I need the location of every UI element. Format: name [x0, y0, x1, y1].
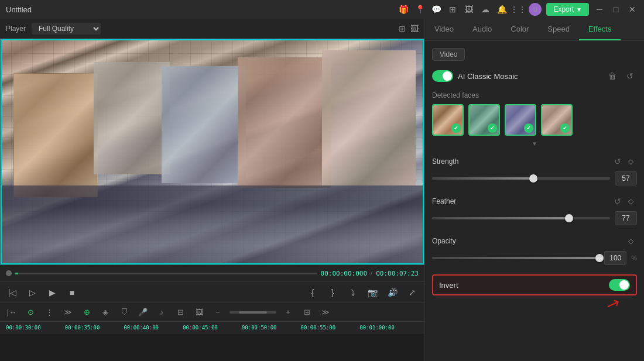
zoom-slider[interactable] [229, 311, 276, 314]
strength-slider[interactable] [432, 177, 610, 180]
tab-speed[interactable]: Speed [538, 19, 579, 40]
main-layout: Player Full Quality Half Quality Quarter… [0, 19, 644, 361]
face-region-5 [322, 50, 415, 185]
marker-tool[interactable]: ◈ [98, 305, 112, 319]
strength-keyframe-button[interactable]: ◇ [624, 155, 637, 168]
image-view-icon[interactable]: 🖼 [410, 24, 419, 33]
opacity-slider[interactable] [432, 257, 600, 259]
face-region-1 [13, 73, 98, 197]
insert-button[interactable]: ⤵ [346, 286, 359, 299]
opacity-unit: % [631, 255, 637, 262]
ruler-mark-6: 00:00:55:00 [301, 325, 360, 331]
opacity-thumb[interactable] [595, 254, 604, 262]
upload-icon[interactable]: ☁ [479, 4, 491, 15]
play-back-button[interactable]: ▷ [26, 286, 39, 299]
player-toolbar: Player Full Quality Half Quality Quarter… [0, 19, 424, 39]
auto-expand[interactable]: ⊕ [80, 305, 94, 319]
invert-row: Invert [432, 274, 637, 295]
fullscreen-button[interactable]: ⤢ [406, 286, 419, 299]
strength-slider-row: 57 [432, 171, 637, 185]
grid-view-icon[interactable]: ⊞ [399, 24, 406, 33]
strength-reset-button[interactable]: ↺ [611, 155, 624, 168]
reset-effect-button[interactable]: ↺ [623, 69, 637, 83]
total-time: 00:00:07:23 [376, 270, 419, 277]
face-region-4 [238, 57, 331, 188]
invert-toggle[interactable] [609, 279, 630, 291]
maximize-icon[interactable]: □ [610, 4, 622, 15]
mark-in-button[interactable]: { [306, 286, 319, 299]
image-icon[interactable]: 🖼 [463, 4, 475, 15]
face-thumb-1[interactable]: ✓ [432, 104, 464, 136]
export-button[interactable]: Export ▼ [546, 3, 589, 16]
strength-section: Strength ↺ ◇ 57 [432, 155, 637, 185]
face-thumb-3[interactable]: ✓ [505, 104, 536, 136]
playhead-dot[interactable] [6, 270, 12, 276]
bell-icon[interactable]: 🔔 [496, 4, 508, 15]
feather-reset-button[interactable]: ↺ [611, 195, 624, 208]
stop-button[interactable]: ■ [66, 286, 78, 299]
delete-effect-button[interactable]: 🗑 [605, 69, 619, 83]
music-tool[interactable]: ♪ [155, 305, 169, 319]
picture-tool[interactable]: 🖼 [192, 305, 206, 319]
close-icon[interactable]: ✕ [626, 4, 638, 15]
tabs: Video Audio Color Speed Effects [425, 19, 644, 41]
location-icon[interactable]: 📍 [414, 4, 426, 15]
strength-fill [432, 177, 533, 180]
minus-tool[interactable]: − [211, 305, 225, 319]
grid-icon[interactable]: ⋮⋮ [512, 4, 524, 15]
plus-tool[interactable]: + [281, 305, 295, 319]
opacity-keyframe-button[interactable]: ◇ [624, 235, 637, 247]
feather-slider[interactable] [432, 217, 610, 219]
tab-audio[interactable]: Audio [463, 19, 501, 40]
skip-back-button[interactable]: |◁ [6, 286, 19, 299]
avatar[interactable]: U [529, 3, 542, 16]
titlebar-icons: 🎁 📍 💬 ⊞ 🖼 ☁ 🔔 ⋮⋮ U Export ▼ ─ □ ✕ [398, 3, 638, 16]
ripple-tool[interactable]: ⊙ [23, 305, 37, 319]
face-thumb-4[interactable]: ✓ [541, 104, 573, 136]
face-check-2: ✓ [488, 123, 497, 133]
effect-name: AI Classic Mosaic [458, 72, 601, 81]
progress-fill [15, 273, 18, 274]
strength-value[interactable]: 57 [615, 171, 637, 185]
mic-tool[interactable]: 🎤 [136, 305, 150, 319]
right-panel: Video Audio Color Speed Effects Video AI… [424, 19, 644, 361]
timeline-progress[interactable] [15, 273, 317, 274]
mark-out-button[interactable]: } [326, 286, 339, 299]
face-check-1: ✓ [451, 123, 461, 133]
pointer-tool[interactable]: |↔ [5, 305, 19, 319]
feather-keyframe-button[interactable]: ◇ [624, 195, 637, 208]
opacity-value[interactable]: 100 [604, 251, 626, 265]
feather-thumb[interactable] [565, 214, 573, 222]
face-region-2 [94, 62, 170, 175]
quality-select[interactable]: Full Quality Half Quality Quarter Qualit… [32, 23, 101, 35]
faces-expand-arrow[interactable]: ▼ [432, 140, 637, 147]
minimize-icon[interactable]: ─ [594, 4, 605, 15]
gift-icon[interactable]: 🎁 [398, 4, 409, 15]
screenshot-button[interactable]: 📷 [366, 286, 379, 299]
effect-toggle[interactable] [432, 70, 453, 82]
split-tool[interactable]: ⋮ [42, 305, 56, 319]
ruler-mark-4: 00:00:45:00 [183, 325, 242, 331]
audio-tool[interactable]: ≫ [61, 305, 75, 319]
subtitle-tool[interactable]: ⊟ [173, 305, 187, 319]
video-frame [1, 39, 424, 264]
tab-color[interactable]: Color [501, 19, 538, 40]
video-badge[interactable]: Video [432, 48, 465, 61]
more-tool[interactable]: ≫ [318, 305, 333, 319]
timeline-tools: |↔ ⊙ ⋮ ≫ ⊕ ◈ ⛉ 🎤 ♪ ⊟ 🖼 − + ⊞ ≫ [0, 303, 424, 322]
opacity-label: Opacity [432, 237, 624, 245]
tab-video[interactable]: Video [425, 19, 463, 40]
shield-tool[interactable]: ⛉ [117, 305, 131, 319]
face-thumb-2[interactable]: ✓ [468, 104, 500, 136]
audio-button[interactable]: 🔊 [386, 286, 399, 299]
tab-effects[interactable]: Effects [579, 19, 621, 40]
layout-icon[interactable]: ⊞ [447, 4, 458, 15]
ruler-mark-2: 00:00:35:00 [65, 325, 124, 331]
face-check-3: ✓ [524, 123, 533, 133]
chat-icon[interactable]: 💬 [430, 4, 442, 15]
feather-value[interactable]: 77 [615, 211, 637, 225]
grid-tool[interactable]: ⊞ [300, 305, 314, 319]
ruler-mark-7: 00:01:00:00 [359, 325, 419, 331]
strength-thumb[interactable] [529, 174, 537, 183]
play-button[interactable]: ▶ [46, 286, 59, 299]
